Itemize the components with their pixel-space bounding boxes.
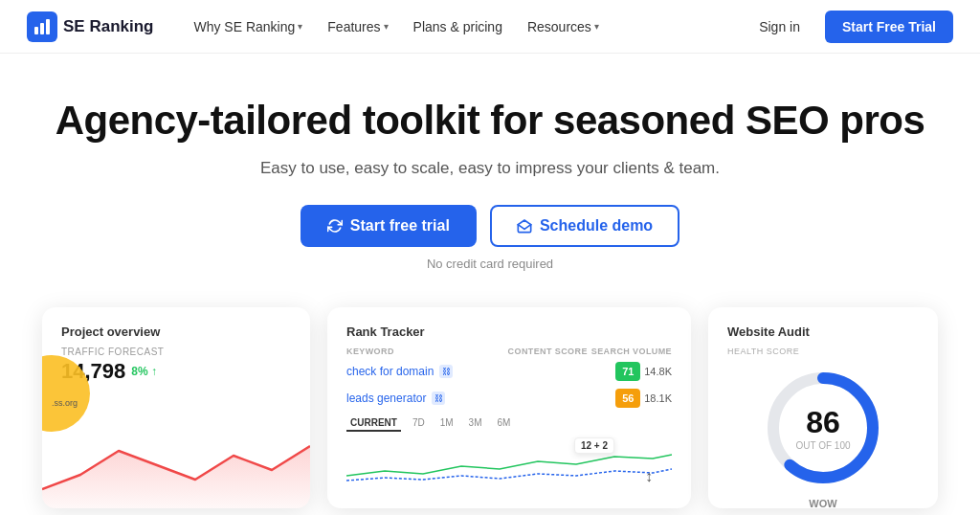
chevron-down-icon: ▾ [594,21,599,32]
nav-item-resources[interactable]: Resources ▾ [518,13,609,40]
link-icon-2: ⛓ [432,392,445,405]
wow-badge: WOW [727,498,919,508]
col-search-volume: SEARCH VOLUME [591,347,672,356]
schedule-demo-label: Schedule demo [540,217,653,235]
logo-bar-1 [34,27,38,34]
no-credit-card-text: No credit card required [19,257,961,271]
chevron-down-icon: ▾ [298,21,302,32]
volume-1: 14.8K [644,366,672,377]
traffic-pct: 8% ↑ [131,365,157,378]
rank-row-2: leads generator ⛓ 56 18.1K [346,389,672,408]
nav-item-features-label: Features [327,19,380,34]
rank-row-1: check for domain ⛓ 71 14.8K [346,362,672,381]
project-overview-card: Project overview TRAFFIC FORECAST 14,798… [42,307,310,508]
keyword-1-text: check for domain [346,365,434,378]
hero-subtext: Easy to use, easy to scale, easy to impr… [19,159,961,178]
health-score-label: HEALTH SCORE [727,347,919,356]
cards-wrapper: Project overview TRAFFIC FORECAST 14,798… [0,300,980,515]
rank-tracker-card: Rank Tracker KEYWORD CONTENT SCORE SEARC… [327,307,691,508]
chart-tooltip: 12 + 2 [574,437,614,454]
nav-item-plans[interactable]: Plans & pricing [404,13,512,40]
start-free-trial-hero-label: Start free trial [350,217,450,235]
schedule-demo-button[interactable]: Schedule demo [490,205,679,247]
start-free-trial-button[interactable]: Start Free Trial [825,11,953,43]
navbar: SE Ranking Why SE Ranking ▾ Features ▾ P… [0,0,980,54]
logo-bars [34,19,50,34]
audit-score-sub: OUT OF 100 [795,440,850,451]
logo-icon [27,11,57,42]
keyword-2-text: leads generator [346,392,426,405]
project-card-title: Project overview [61,325,291,339]
tab-6m[interactable]: 6M [494,415,515,432]
donut-chart-container: 86 OUT OF 100 [727,366,919,490]
chevron-down-icon: ▾ [384,21,389,32]
traffic-forecast-label: TRAFFIC FORECAST [61,347,291,357]
domain-label: .ss.org [52,398,78,408]
traffic-value: 14,798 8% ↑ [61,359,291,384]
start-free-trial-hero-button[interactable]: Start free trial [301,205,477,247]
tab-7d[interactable]: 7D [409,415,429,432]
nav-left: SE Ranking Why SE Ranking ▾ Features ▾ P… [27,11,609,42]
logo[interactable]: SE Ranking [27,11,153,42]
rank-tabs: CURRENT 7D 1M 3M 6M [346,415,672,432]
tab-1m[interactable]: 1M [436,415,457,432]
nav-item-resources-label: Resources [527,19,591,34]
keyword-2: leads generator ⛓ [346,392,612,405]
col-keyword: KEYWORD [346,347,504,356]
volume-2: 18.1K [644,392,672,404]
logo-text: SE Ranking [63,17,153,36]
rank-mini-chart: 12 + 2 ↕ [346,437,672,485]
hero-buttons: Start free trial Schedule demo [19,205,961,247]
logo-bar-2 [40,23,44,34]
logo-bar-3 [46,19,50,34]
calendar-icon [517,218,532,234]
nav-menu: Why SE Ranking ▾ Features ▾ Plans & pric… [184,13,608,40]
rank-table-header: KEYWORD CONTENT SCORE SEARCH VOLUME [346,347,672,356]
donut-score-text: 86 OUT OF 100 [795,405,850,451]
audit-card-title: Website Audit [727,325,919,339]
nav-item-features[interactable]: Features ▾ [318,13,397,40]
nav-item-why-label: Why SE Ranking [193,19,295,34]
tab-3m[interactable]: 3M [465,415,486,432]
nav-right: Sign in Start Free Trial [747,11,953,43]
cursor-icon: ↕ [645,468,653,485]
nav-item-why[interactable]: Why SE Ranking ▾ [184,13,312,40]
hero-section: Agency-tailored toolkit for seasoned SEO… [0,54,980,300]
nav-item-plans-label: Plans & pricing [413,19,502,34]
rank-card-title: Rank Tracker [346,325,672,339]
arrow-up-icon: ↑ [151,365,157,378]
score-badge-1: 71 [615,362,640,381]
refresh-icon [327,218,343,234]
audit-score-number: 86 [795,405,850,440]
sign-in-link[interactable]: Sign in [747,13,812,40]
col-content-score: CONTENT SCORE [508,347,588,356]
score-badge-2: 56 [615,389,640,408]
tab-current[interactable]: CURRENT [346,415,401,432]
line-chart [42,413,310,508]
hero-headline: Agency-tailored toolkit for seasoned SEO… [19,98,961,144]
link-icon: ⛓ [439,365,453,378]
cards-row: Project overview TRAFFIC FORECAST 14,798… [23,307,957,515]
rank-table: KEYWORD CONTENT SCORE SEARCH VOLUME chec… [346,347,672,408]
keyword-1: check for domain ⛓ [346,365,612,378]
website-audit-card: Website Audit HEALTH SCORE 86 OUT OF 100… [708,307,938,508]
